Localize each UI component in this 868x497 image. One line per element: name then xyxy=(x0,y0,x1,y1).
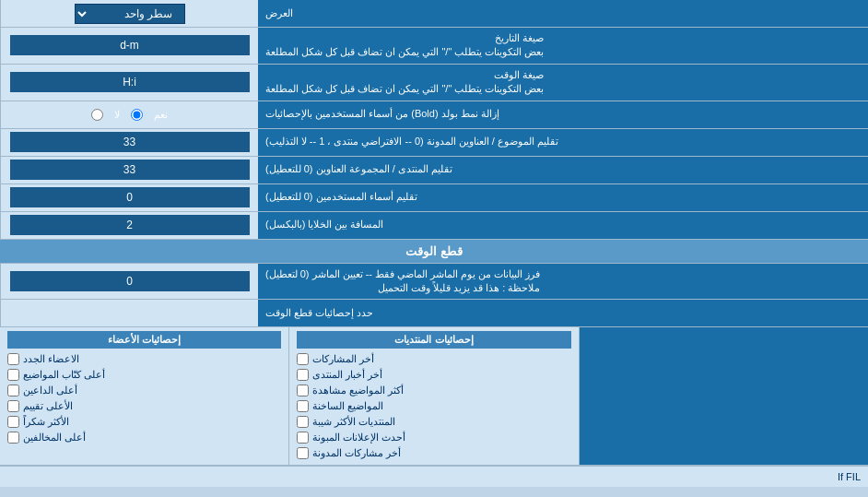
date-format-label: صيغة التاريخ بعض التكوينات يتطلب "/" الت… xyxy=(258,28,868,64)
checkbox-member-5[interactable] xyxy=(7,416,19,428)
checkbox-post-4[interactable] xyxy=(297,400,309,412)
trim-subject-input[interactable] xyxy=(10,132,250,152)
label-post-2: أخر أخبار المنتدى xyxy=(312,369,382,381)
trim-usernames-row: تقليم أسماء المستخدمين (0 للتعطيل) xyxy=(0,184,868,212)
posts-stats-col: إحصائيات المنتديات أخر المشاركات أخر أخب… xyxy=(288,327,578,465)
checkbox-member-4[interactable] xyxy=(7,400,19,412)
stats-header-label-row: حدد إحصائيات قطع الوقت xyxy=(0,300,868,327)
label-post-1: أخر المشاركات xyxy=(312,353,374,365)
section-label-display: العرض xyxy=(258,0,868,27)
checkbox-item-member-4: الأعلى تقييم xyxy=(7,398,281,414)
time-cut-label: فرز البيانات من يوم الماشر الماضي فقط --… xyxy=(258,264,868,300)
label-member-1: الاعضاء الجدد xyxy=(23,353,79,365)
bold-remove-label: إزالة نمط بولد (Bold) من أسماء المستخدمي… xyxy=(258,101,868,128)
cell-spacing-input-area xyxy=(0,212,258,239)
main-container: العرض سطر واحد صيغة التاريخ بعض التكوينا… xyxy=(0,0,868,487)
time-cut-header: قطع الوقت xyxy=(0,240,868,264)
trim-usernames-input-area xyxy=(0,184,258,211)
label-post-4: المواضيع الساخنة xyxy=(312,400,383,412)
checkbox-item-member-5: الأكثر شكراً xyxy=(7,414,281,430)
trim-forum-input-area xyxy=(0,157,258,183)
checkbox-member-1[interactable] xyxy=(7,353,19,365)
checkbox-item-post-3: أكثر المواضيع مشاهدة xyxy=(297,383,570,398)
checkbox-member-2[interactable] xyxy=(7,369,19,381)
label-member-3: أعلى الداعين xyxy=(23,385,77,396)
trim-usernames-input[interactable] xyxy=(10,187,250,207)
label-member-4: الأعلى تقييم xyxy=(23,400,73,412)
time-format-label: صيغة الوقت بعض التكوينات يتطلب "/" التي … xyxy=(258,65,868,101)
trim-forum-row: تقليم المنتدى / المجموعة العناوين (0 للت… xyxy=(0,157,868,184)
checkbox-item-post-1: أخر المشاركات xyxy=(297,351,570,367)
checkbox-item-member-2: أعلى كتّاب المواضيع xyxy=(7,367,281,383)
trim-subject-row: تقليم الموضوع / العناوين المدونة (0 -- ا… xyxy=(0,129,868,157)
members-stats-col: إحصائيات الأعضاء الاعضاء الجدد أعلى كتّا… xyxy=(0,327,288,465)
label-post-5: المنتديات الأكثر شيبة xyxy=(312,416,395,428)
trim-usernames-label: تقليم أسماء المستخدمين (0 للتعطيل) xyxy=(258,184,868,211)
date-format-input[interactable] xyxy=(10,35,250,55)
posts-col-title: إحصائيات المنتديات xyxy=(297,331,570,349)
bold-remove-input-area: نعم لا xyxy=(0,101,258,128)
stats-label: حدد إحصائيات قطع الوقت xyxy=(258,300,868,326)
cell-spacing-row: المسافة بين الخلايا (بالبكسل) xyxy=(0,212,868,240)
time-cut-row: فرز البيانات من يوم الماشر الماضي فقط --… xyxy=(0,264,868,301)
label-member-6: أعلى المخالفين xyxy=(23,432,86,444)
stats-section: إحصائيات المنتديات أخر المشاركات أخر أخب… xyxy=(0,327,868,466)
checkbox-item-post-7: أخر مشاركات المدونة xyxy=(297,445,570,461)
bold-radio-group: نعم لا xyxy=(84,109,175,121)
trim-forum-label: تقليم المنتدى / المجموعة العناوين (0 للت… xyxy=(258,157,868,183)
checkbox-item-post-2: أخر أخبار المنتدى xyxy=(297,367,570,383)
display-input-area: سطر واحد xyxy=(0,0,258,27)
cell-spacing-input[interactable] xyxy=(10,215,250,235)
radio-no[interactable] xyxy=(91,109,103,121)
checkbox-post-1[interactable] xyxy=(297,353,309,365)
date-format-row: صيغة التاريخ بعض التكوينات يتطلب "/" الت… xyxy=(0,28,868,65)
checkbox-post-3[interactable] xyxy=(297,385,309,396)
cell-spacing-label: المسافة بين الخلايا (بالبكسل) xyxy=(258,212,868,239)
if-fil-row: If FIL xyxy=(0,466,868,487)
time-format-row: صيغة الوقت بعض التكوينات يتطلب "/" التي … xyxy=(0,65,868,101)
checkbox-item-member-3: أعلى الداعين xyxy=(7,383,281,398)
checkbox-member-6[interactable] xyxy=(7,432,19,444)
header-row: العرض سطر واحد xyxy=(0,0,868,28)
trim-subject-input-area xyxy=(0,129,258,156)
if-fil-label: If FIL xyxy=(838,471,861,482)
checkbox-item-member-6: أعلى المخالفين xyxy=(7,430,281,445)
label-post-7: أخر مشاركات المدونة xyxy=(312,447,401,459)
label-post-6: أحدث الإعلانات المبونة xyxy=(312,432,405,444)
checkbox-post-6[interactable] xyxy=(297,432,309,444)
bold-remove-row: إزالة نمط بولد (Bold) من أسماء المستخدمي… xyxy=(0,101,868,129)
members-col-title: إحصائيات الأعضاء xyxy=(7,331,281,349)
checkbox-item-post-5: المنتديات الأكثر شيبة xyxy=(297,414,570,430)
time-format-input[interactable] xyxy=(10,72,250,92)
date-format-input-area xyxy=(0,28,258,64)
time-cut-input-area xyxy=(0,264,258,300)
checkbox-item-post-4: المواضيع الساخنة xyxy=(297,398,570,414)
checkbox-member-3[interactable] xyxy=(7,385,19,396)
lines-dropdown[interactable]: سطر واحد xyxy=(75,4,185,24)
radio-no-label: لا xyxy=(114,109,120,121)
checkbox-post-2[interactable] xyxy=(297,369,309,381)
time-cut-input[interactable] xyxy=(10,271,250,291)
time-format-input-area xyxy=(0,65,258,101)
checkbox-item-member-1: الاعضاء الجدد xyxy=(7,351,281,367)
checkbox-item-post-6: أحدث الإعلانات المبونة xyxy=(297,430,570,445)
checkbox-post-7[interactable] xyxy=(297,447,309,459)
trim-subject-label: تقليم الموضوع / العناوين المدونة (0 -- ا… xyxy=(258,129,868,156)
checkbox-post-5[interactable] xyxy=(297,416,309,428)
stats-right-area xyxy=(579,327,868,465)
label-member-2: أعلى كتّاب المواضيع xyxy=(23,369,105,381)
label-member-5: الأكثر شكراً xyxy=(23,416,69,428)
trim-forum-input[interactable] xyxy=(10,160,250,180)
radio-yes[interactable] xyxy=(131,109,143,121)
label-post-3: أكثر المواضيع مشاهدة xyxy=(312,385,404,396)
radio-yes-label: نعم xyxy=(154,109,168,121)
